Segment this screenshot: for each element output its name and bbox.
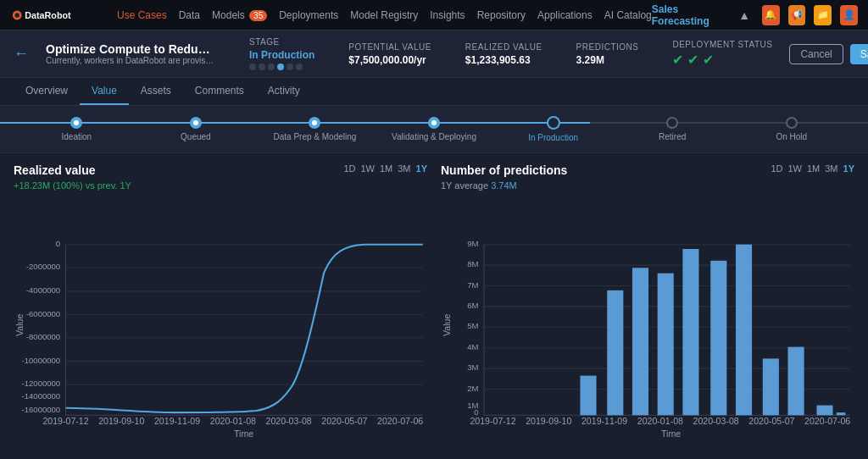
- rv-y1: -2000000: [26, 262, 60, 271]
- nav-insights[interactable]: Insights: [430, 9, 465, 21]
- rv-x4: 2020-03-08: [266, 416, 312, 426]
- pred-y9m: 9M: [467, 239, 478, 248]
- step-data-prep[interactable]: Data Prep & Modeling: [255, 117, 375, 141]
- navbar: DataRobot Use Cases Data Models 35 Deplo…: [0, 0, 868, 30]
- pred-bar-10: [816, 406, 832, 416]
- pred-yaxis-title: Value: [442, 313, 452, 335]
- project-name[interactable]: Sales Forecasting: [652, 3, 727, 27]
- rv-yaxis-title: Value: [14, 313, 25, 335]
- svg-text:DataRobot: DataRobot: [25, 9, 71, 19]
- pred-bar-6: [710, 261, 726, 415]
- step-circle-queued: [190, 117, 202, 129]
- nav-models[interactable]: Models 35: [212, 9, 267, 21]
- step-in-production[interactable]: In Production: [493, 116, 613, 142]
- pred-ctrl-1w[interactable]: 1W: [787, 163, 802, 174]
- pred-avg-value: 3.74M: [491, 180, 517, 191]
- step-validating[interactable]: Validating & Deploying: [375, 117, 494, 141]
- pred-y2m: 2M: [467, 384, 478, 393]
- nav-model-registry[interactable]: Model Registry: [350, 9, 418, 21]
- pred-chart-header: Number of predictions 1Y average 3.74M 1…: [441, 163, 854, 194]
- folder-icon[interactable]: 📁: [814, 5, 832, 25]
- rv-line: [66, 245, 423, 412]
- tab-overview[interactable]: Overview: [14, 78, 80, 105]
- pred-chart-title: Number of predictions: [441, 163, 567, 177]
- dot-2: [259, 64, 265, 70]
- pred-bar-4: [658, 274, 674, 416]
- pred-x2: 2019-11-09: [581, 416, 627, 426]
- realized-value-field: REALIZED VALUE $1,233,905.63: [465, 42, 542, 66]
- pred-x6: 2020-07-06: [804, 416, 850, 426]
- pred-chart-title-group: Number of predictions 1Y average 3.74M: [441, 163, 567, 194]
- rv-y2: -4000000: [26, 285, 60, 295]
- page-title: Optimize Compute to Reduce O...: [46, 42, 215, 56]
- nav-use-cases[interactable]: Use Cases: [117, 9, 167, 21]
- realized-value: $1,233,905.63: [465, 54, 542, 66]
- tab-assets[interactable]: Assets: [129, 78, 183, 105]
- rv-chart-controls: 1D 1W 1M 3M 1Y: [343, 163, 427, 174]
- pred-bar-1: [580, 376, 596, 416]
- pred-x3: 2020-01-08: [637, 416, 683, 426]
- stage-value: In Production: [249, 49, 314, 61]
- step-circle-data-prep: [309, 117, 320, 129]
- nav-deployments[interactable]: Deployments: [279, 9, 338, 21]
- rv-ctrl-3m[interactable]: 3M: [398, 163, 410, 174]
- tab-activity[interactable]: Activity: [256, 78, 312, 105]
- header: ← Optimize Compute to Reduce O... Curren…: [0, 30, 868, 78]
- pred-bar-11: [837, 412, 846, 415]
- models-badge: 35: [249, 10, 267, 21]
- page-subtitle: Currently, workers in DataRobot are prov…: [46, 56, 215, 65]
- logo[interactable]: DataRobot: [10, 8, 103, 23]
- tab-value[interactable]: Value: [80, 78, 129, 105]
- cancel-button[interactable]: Cancel: [789, 44, 843, 64]
- step-queued[interactable]: Queued: [136, 117, 256, 141]
- save-button[interactable]: Save: [850, 44, 868, 64]
- stage-label: STAGE: [249, 37, 314, 47]
- rv-y6: -12000000: [22, 379, 61, 388]
- step-label-validating: Validating & Deploying: [392, 132, 476, 141]
- share-icon[interactable]: ▲: [736, 5, 754, 25]
- pred-x4: 2020-03-08: [693, 416, 739, 426]
- pred-ctrl-1d[interactable]: 1D: [771, 163, 782, 174]
- header-actions: Cancel Save: [789, 44, 868, 64]
- rv-ctrl-1d[interactable]: 1D: [343, 163, 355, 174]
- nav-links: Use Cases Data Models 35 Deployments Mod…: [117, 9, 652, 21]
- step-ideation[interactable]: Ideation: [17, 117, 136, 141]
- deployment-status-field: DEPLOYMENT STATUS ✔ ✔ ✔: [672, 40, 772, 68]
- nav-repository[interactable]: Repository: [477, 9, 526, 21]
- nav-applications[interactable]: Applications: [537, 9, 593, 21]
- check-2: ✔: [687, 52, 698, 68]
- bell-icon[interactable]: 🔔: [762, 5, 780, 25]
- pred-ctrl-3m[interactable]: 3M: [825, 163, 837, 174]
- step-inner-queued: [193, 120, 198, 125]
- step-retired[interactable]: Retired: [613, 117, 732, 141]
- pred-y7m: 7M: [467, 280, 478, 290]
- pred-ctrl-1m[interactable]: 1M: [807, 163, 820, 174]
- predictions-value: 3.29M: [576, 54, 639, 66]
- pipeline: Ideation Queued Data Prep & Modeling Val…: [0, 106, 868, 153]
- rv-y4: -8000000: [26, 332, 60, 341]
- title-section: Optimize Compute to Reduce O... Currentl…: [46, 42, 215, 65]
- user-icon[interactable]: 👤: [840, 5, 858, 25]
- rv-x0: 2019-07-12: [42, 416, 88, 426]
- nav-data[interactable]: Data: [179, 9, 200, 21]
- step-inner-validating: [431, 120, 437, 125]
- rv-ctrl-1m[interactable]: 1M: [380, 163, 392, 174]
- pred-chart-subtitle: 1Y average 3.74M: [441, 180, 567, 191]
- stage-field: STAGE In Production: [249, 37, 314, 70]
- step-inner-ideation: [74, 120, 79, 125]
- pred-bar-8: [763, 358, 779, 415]
- step-on-hold[interactable]: On Hold: [732, 117, 851, 141]
- rv-x3: 2020-01-08: [210, 416, 256, 426]
- pred-ctrl-1y[interactable]: 1Y: [843, 163, 854, 174]
- rv-y7: -14000000: [22, 391, 61, 401]
- pred-bar-3: [632, 268, 648, 415]
- nav-ai-catalog[interactable]: AI Catalog: [604, 9, 652, 21]
- rv-ctrl-1y[interactable]: 1Y: [416, 163, 427, 174]
- megaphone-icon[interactable]: 📢: [788, 5, 806, 25]
- rv-chart-subtitle: +18.23M (100%) vs prev. 1Y: [14, 180, 131, 191]
- stage-dots: [249, 64, 314, 70]
- back-button[interactable]: ←: [14, 45, 29, 63]
- tab-comments[interactable]: Comments: [183, 78, 256, 105]
- rv-chart-svg: 0 -2000000 -4000000 -6000000 -8000000 -1…: [14, 194, 427, 451]
- rv-ctrl-1w[interactable]: 1W: [360, 163, 375, 174]
